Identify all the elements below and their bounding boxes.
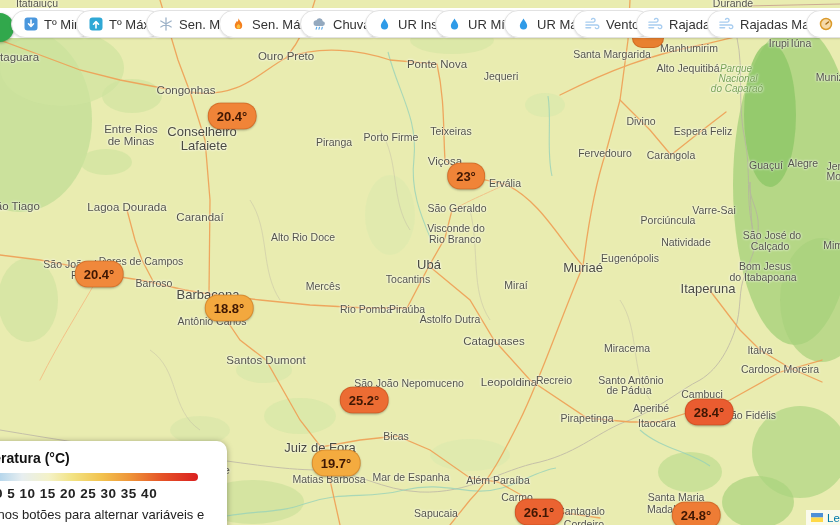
map-label: Carangola — [647, 149, 695, 161]
map-label: Porciúncula — [641, 214, 696, 226]
map-label: de Pádua — [607, 384, 652, 396]
map-label: Monteiro — [827, 170, 840, 182]
map-label: Ouro Preto — [258, 50, 314, 62]
map-label: Santa Margarida — [573, 48, 651, 60]
droplet-icon — [447, 17, 462, 31]
map-label: Cordeiro — [564, 518, 604, 525]
map-label: Leopoldina — [481, 376, 537, 388]
ukraine-flag-icon — [811, 512, 823, 524]
flame-icon — [231, 17, 246, 31]
snowflake-icon — [158, 17, 173, 31]
map-label: Manhumirim — [660, 42, 718, 54]
map-label: do Itabapoana — [729, 271, 796, 283]
temp-max-icon — [88, 17, 103, 31]
legend-title: Temperatura (°C) — [0, 450, 219, 466]
map-label: Pirapetinga — [560, 412, 613, 424]
map-label: Varre-Sai — [692, 204, 736, 216]
map-label: Astolfo Dutra — [420, 313, 481, 325]
temp-min-icon — [23, 17, 38, 31]
map-label: Jequeri — [484, 70, 518, 82]
toolbar-button-label: Tº Máx — [109, 17, 150, 32]
map-label: Fervedouro — [578, 147, 632, 159]
map-label: Mercês — [306, 280, 340, 292]
wind-icon — [719, 17, 734, 31]
map-label: Sapucaia — [414, 507, 458, 519]
map-label: Tocantins — [386, 273, 430, 285]
map-label: Congonhas — [157, 84, 216, 96]
map-label: Itaguara — [0, 51, 39, 63]
legend-instructions: Clique nos botões para alternar variávei… — [0, 507, 219, 525]
temperature-badge[interactable]: 24.8° — [672, 502, 721, 525]
rain-cloud-icon — [312, 17, 327, 31]
map-label: Cataguases — [463, 335, 524, 347]
legend-panel: Temperatura (°C) 0 5 10 15 20 25 30 35 4… — [0, 441, 227, 525]
temperature-badge[interactable]: 28.4° — [685, 399, 734, 426]
wind-icon — [585, 17, 600, 31]
map-label: Natividade — [661, 236, 711, 248]
map-label: do Caparaó — [711, 83, 763, 94]
map-label: Iúna — [791, 37, 811, 49]
map-label: Rio Pomba — [340, 303, 392, 315]
weather-map-app: ItatiaiuçuDurandéItaguaraOuro PretoCongo… — [0, 0, 840, 525]
droplet-icon — [377, 17, 392, 31]
map-label: Muniz Freire — [816, 71, 840, 83]
map-label: Entre Rios — [104, 123, 158, 135]
gauge-icon — [818, 17, 833, 31]
temperature-badge[interactable]: 26.1° — [515, 499, 564, 525]
map-label: Barroso — [136, 277, 173, 289]
droplet-icon — [516, 17, 531, 31]
map-label: Lagoa Dourada — [87, 201, 166, 213]
map-label: Irupi — [769, 37, 789, 49]
map-label: São Tiago — [0, 200, 40, 212]
toolbar-button-label: Vento — [606, 17, 639, 32]
map-label: Itaperuna — [681, 281, 736, 296]
map-label: Eugenópolis — [601, 252, 659, 264]
map-label: de Minas — [108, 135, 155, 147]
toolbar-button-label: Rajadas Max — [740, 17, 816, 32]
map-label: Ervália — [489, 177, 521, 189]
map-label: Santos Dumont — [226, 354, 305, 366]
map-label: Mar de Espanha — [372, 471, 449, 483]
map-label: Espera Feliz — [674, 125, 732, 137]
leaflet-attribution-link[interactable]: Leaflet — [827, 512, 840, 524]
map-label: Carandaí — [176, 211, 223, 223]
map-label: Alegre — [788, 157, 818, 169]
map-label: Miraí — [504, 279, 527, 291]
map-label: Recreio — [536, 374, 572, 386]
map-label: Miracema — [604, 342, 650, 354]
temperature-badge[interactable] — [632, 38, 664, 48]
temperature-badge[interactable]: 25.2° — [340, 387, 389, 414]
map-label: Alto Jequitibá — [656, 62, 719, 74]
map-label: Ponte Nova — [407, 58, 467, 70]
temperature-badge[interactable]: 20.4° — [75, 261, 124, 288]
map-label: Aperibé — [633, 402, 669, 414]
toolbar-button-press-o[interactable]: Pressão — [806, 10, 840, 38]
temperature-badge[interactable]: 19.7° — [312, 450, 361, 477]
map-label: Itaocara — [638, 417, 676, 429]
map-label: Italva — [747, 344, 772, 356]
temperature-badge[interactable]: 20.4° — [208, 103, 257, 130]
map-label: Cantagalo — [557, 505, 605, 517]
legend-tick-labels: 0 5 10 15 20 25 30 35 40 — [0, 486, 219, 501]
map-label: Além Paraíba — [466, 474, 530, 486]
wind-icon — [648, 17, 663, 31]
map-label: Muriaé — [563, 260, 603, 275]
temperature-badge[interactable]: 23° — [447, 163, 485, 190]
map-label: Piranga — [316, 136, 352, 148]
map-label: Rio Branco — [429, 233, 481, 245]
map-label: Guaçuí — [749, 159, 783, 171]
map-label: Mimoso do Sul — [823, 239, 840, 251]
map-label: Lafaiete — [181, 138, 227, 153]
map-label: Bicas — [383, 430, 409, 442]
map-label: Alto Rio Doce — [271, 231, 335, 243]
map-label: Teixeiras — [430, 125, 471, 137]
legend-gradient-bar — [0, 473, 198, 481]
map-attribution: Leaflet — [806, 510, 840, 525]
toolbar-button-label: Sen. Máx — [252, 17, 307, 32]
map-label: Divino — [626, 115, 655, 127]
temperature-badge[interactable]: 18.8° — [205, 295, 254, 322]
map-label: Porto Firme — [364, 131, 419, 143]
map-label: São Geraldo — [428, 202, 487, 214]
map-label: Calçado — [751, 240, 790, 252]
map-label: Cardoso Moreira — [741, 363, 819, 375]
